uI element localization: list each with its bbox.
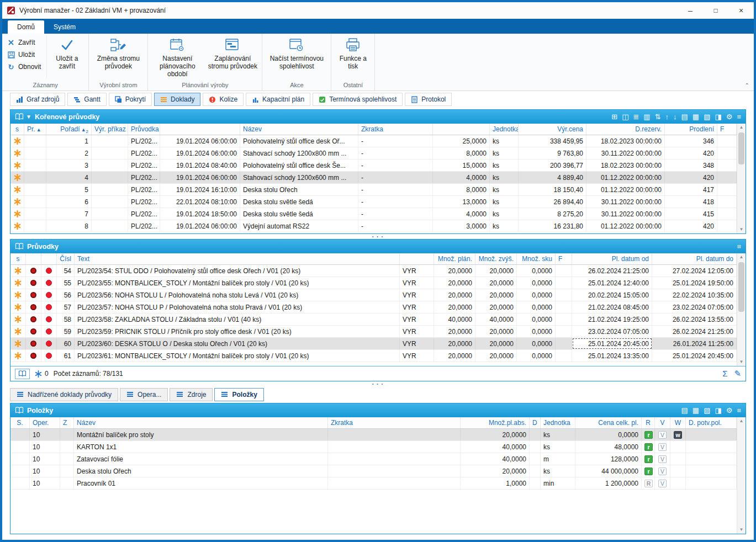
table-row[interactable]: 4PL/202...19.01.2024 06:00:00Stahovací s… [10, 172, 737, 184]
column-header[interactable]: Zkratka [358, 124, 433, 135]
table-row[interactable]: 56PL/2023/56: NOHA STOLU L / Polohovatel… [10, 289, 737, 301]
table-row[interactable]: 6PL/202...22.01.2024 08:10:00Deska stolu… [10, 196, 737, 208]
menu-icon[interactable]: ≡ [737, 243, 741, 250]
column-header[interactable]: Výr.cena [519, 124, 586, 135]
column-header[interactable]: D. potv.pol. [686, 417, 737, 428]
column-header[interactable] [41, 253, 57, 264]
column-header[interactable]: Název [74, 417, 328, 428]
vertical-scrollbar[interactable]: ▲ ▼ [737, 124, 746, 233]
column-header[interactable]: Množ. sku [517, 253, 556, 264]
column-header[interactable]: Z [60, 417, 74, 428]
table-row[interactable]: 3PL/202...19.01.2024 08:40:00Polohovatel… [10, 160, 737, 172]
table-row[interactable]: 60PL/2023/60: DESKA STOLU O / Deska stol… [10, 338, 737, 350]
select-grid-icon[interactable]: ⊞ [611, 113, 617, 120]
column-header[interactable]: W [670, 417, 686, 428]
sort-icon[interactable]: ⇅ [655, 113, 661, 120]
column-header[interactable]: Množ. zvýš. [475, 253, 517, 264]
table-row[interactable]: 10Pracovník 011,0000min1 200,0000RV [10, 477, 737, 490]
scroll-up-icon[interactable]: ▲ [737, 253, 746, 261]
save-and-close-button[interactable]: Uložit a zavřít [47, 35, 87, 72]
column-header[interactable]: S. [10, 417, 30, 428]
move-up-icon[interactable]: ↑ [665, 113, 669, 120]
scroll-down-icon[interactable]: ▼ [737, 226, 746, 233]
column-header[interactable]: Výr. příkaz [92, 124, 128, 135]
column-header[interactable]: D.rezerv. [586, 124, 665, 135]
column-header[interactable] [433, 124, 490, 135]
group-list-icon[interactable]: ≣ [633, 113, 639, 120]
scroll-up-icon[interactable]: ▲ [737, 124, 746, 131]
column-header[interactable]: Pr.▲ [24, 124, 46, 135]
ribbon-tab-domu[interactable]: Domů [8, 20, 44, 34]
tab-gantt[interactable]: Gantt [67, 93, 106, 106]
tab-nadrizene-doklady[interactable]: Nadřízené doklady průvodky [10, 388, 118, 401]
maximize-button[interactable]: □ [703, 2, 728, 19]
tab-kapacitni-plan[interactable]: Kapacitní plán [246, 93, 310, 106]
column-header[interactable]: Pořadí▲2 [46, 124, 92, 135]
column-header[interactable]: Průvodka [128, 124, 160, 135]
ribbon-tab-system[interactable]: Systém [44, 20, 85, 34]
menu-icon[interactable]: ≡ [737, 113, 741, 120]
column-header[interactable]: Čísl [57, 253, 75, 264]
table-row[interactable]: 10KARTON 1x140,0000ks48,0000rV [10, 441, 737, 453]
chart-icon[interactable]: ▦ [692, 407, 699, 414]
column-header[interactable]: s [10, 124, 24, 135]
table-row[interactable]: 10Montážní balíček pro stoly20,0000ks0,0… [10, 429, 737, 441]
save-button[interactable]: Uložit [5, 49, 45, 61]
expand-rows-icon[interactable]: ▥ [643, 113, 650, 120]
tab-kolize[interactable]: Kolize [203, 93, 244, 106]
snowflake-filter-icon[interactable] [35, 370, 42, 378]
scrollbar-thumb[interactable] [738, 262, 744, 312]
close-button[interactable]: × [728, 2, 754, 19]
sum-icon[interactable]: Σ [722, 369, 727, 379]
tab-terminova-spolehlivost[interactable]: Termínová spolehlivost [313, 93, 403, 106]
column-header[interactable]: D [530, 417, 541, 428]
vertical-scrollbar[interactable]: ▲ ▼ [737, 417, 746, 534]
scroll-down-icon[interactable]: ▼ [737, 526, 746, 534]
columns-icon[interactable]: ◨ [715, 113, 721, 120]
tab-doklady[interactable]: Doklady [154, 93, 200, 106]
table-row[interactable]: 58PL/2023/58: ZAKLADNA STOLU / Základna … [10, 313, 737, 326]
column-header[interactable] [160, 124, 240, 135]
change-tree-button[interactable]: Změna stromu průvodek [91, 35, 146, 72]
column-header[interactable]: Jednotka [490, 124, 519, 135]
tab-protokol[interactable]: Protokol [405, 93, 452, 106]
table-row[interactable]: 10Zatavovací fólie40,0000m128,0000rV [10, 453, 737, 465]
print-icon[interactable]: ▤ [681, 113, 688, 120]
table-row[interactable]: 5PL/202...19.01.2024 16:10:00Deska stolu… [10, 184, 737, 196]
table-row[interactable]: 10Deska stolu Ořech20,0000ks44 000,0000r… [10, 465, 737, 477]
column-header[interactable]: V [655, 417, 670, 428]
column-header[interactable] [26, 253, 41, 264]
panel-splitter[interactable] [10, 234, 746, 239]
scroll-down-icon[interactable]: ▼ [737, 358, 746, 366]
table-row[interactable]: 61PL/2023/61: MONTBALICEK_STOLY / Montáž… [10, 350, 737, 362]
column-header[interactable]: Cena celk. pl. [575, 417, 642, 428]
panel-splitter[interactable] [10, 381, 746, 386]
vertical-scrollbar[interactable]: ▲ ▼ [737, 253, 746, 366]
column-header[interactable]: Oper. [30, 417, 60, 428]
settings-icon[interactable]: ⚙ [726, 407, 733, 414]
tab-graf-zdroju[interactable]: Graf zdrojů [10, 93, 65, 106]
column-header[interactable] [400, 253, 434, 264]
planning-period-button[interactable]: Nastavení plánovacího období [150, 35, 205, 79]
column-header[interactable]: Množ.pl.abs. [461, 417, 530, 428]
tab-polozky[interactable]: Položky [214, 388, 263, 401]
column-header[interactable]: Název [240, 124, 358, 135]
tab-operace[interactable]: Opera... [120, 388, 168, 401]
column-header[interactable]: Zkratka [328, 417, 461, 428]
chart-icon[interactable]: ▦ [692, 113, 699, 120]
scroll-up-icon[interactable]: ▲ [737, 417, 746, 425]
table-row[interactable]: 59PL/2023/59: PRICNIK STOLU / Příčník pr… [10, 326, 737, 338]
column-header[interactable]: s [10, 253, 26, 264]
table-row[interactable]: 8PL/202...19.01.2024 06:00:00Výdejní aut… [10, 220, 737, 232]
column-header[interactable]: Množ. plán. [434, 253, 475, 264]
settings-icon[interactable]: ⚙ [726, 113, 733, 120]
column-header[interactable]: R [642, 417, 655, 428]
column-header[interactable]: Text [75, 253, 400, 264]
schedule-tree-button[interactable]: Zaplánování stromu průvodek [205, 35, 260, 72]
move-down-icon[interactable]: ↓ [673, 113, 677, 120]
column-header[interactable]: F [717, 124, 737, 135]
column-header[interactable]: Pl. datum do [652, 253, 737, 264]
table-row[interactable]: 55PL/2023/55: MONTBALICEK_STOLY / Montáž… [10, 277, 737, 289]
close-record-button[interactable]: Zavřít [5, 36, 45, 49]
column-header[interactable]: Prodlení [665, 124, 717, 135]
